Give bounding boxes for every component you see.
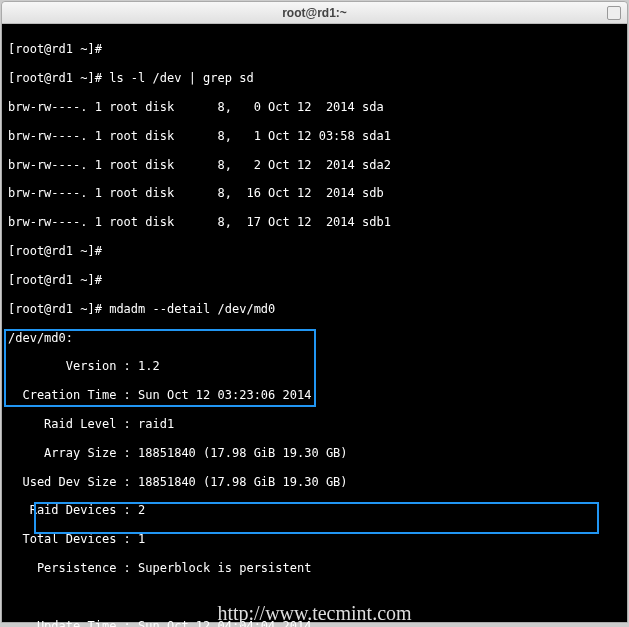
output-line: Array Size : 18851840 (17.98 GiB 19.30 G…	[8, 446, 621, 460]
prompt-line: [root@rd1 ~]# ls -l /dev | grep sd	[8, 71, 621, 85]
terminal-body[interactable]: [root@rd1 ~]# [root@rd1 ~]# ls -l /dev |…	[2, 24, 627, 622]
command: mdadm --detail /dev/md0	[109, 302, 275, 316]
output-line: brw-rw----. 1 root disk 8, 16 Oct 12 201…	[8, 186, 621, 200]
output-line: brw-rw----. 1 root disk 8, 1 Oct 12 03:5…	[8, 129, 621, 143]
prompt-line: [root@rd1 ~]#	[8, 273, 621, 287]
output-line: /dev/md0:	[8, 331, 621, 345]
command: ls -l /dev | grep sd	[109, 71, 254, 85]
output-line: Persistence : Superblock is persistent	[8, 561, 621, 575]
output-line: Total Devices : 1	[8, 532, 621, 546]
output-line: Version : 1.2	[8, 359, 621, 373]
minimize-icon[interactable]	[607, 6, 621, 20]
output-line: brw-rw----. 1 root disk 8, 0 Oct 12 2014…	[8, 100, 621, 114]
output-line: Raid Devices : 2	[8, 503, 621, 517]
output-line: brw-rw----. 1 root disk 8, 2 Oct 12 2014…	[8, 158, 621, 172]
watermark-url: http://www.tecmint.com	[2, 606, 627, 620]
output-line: Used Dev Size : 18851840 (17.98 GiB 19.3…	[8, 475, 621, 489]
terminal-window: root@rd1:~ [root@rd1 ~]# [root@rd1 ~]# l…	[1, 1, 628, 623]
prompt-line: [root@rd1 ~]# mdadm --detail /dev/md0	[8, 302, 621, 316]
prompt-line: [root@rd1 ~]#	[8, 42, 621, 56]
titlebar[interactable]: root@rd1:~	[2, 2, 627, 24]
window-title: root@rd1:~	[282, 6, 347, 20]
output-line: brw-rw----. 1 root disk 8, 17 Oct 12 201…	[8, 215, 621, 229]
output-line: Raid Level : raid1	[8, 417, 621, 431]
prompt-line: [root@rd1 ~]#	[8, 244, 621, 258]
output-line: Creation Time : Sun Oct 12 03:23:06 2014	[8, 388, 621, 402]
